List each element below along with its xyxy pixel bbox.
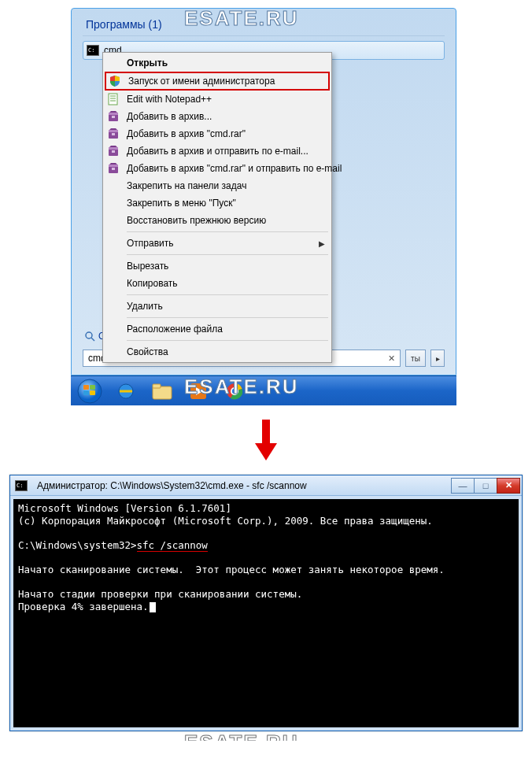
svg-rect-6: [90, 390, 95, 395]
menu-item[interactable]: Открыть: [105, 54, 330, 72]
menu-item[interactable]: Вырезать: [105, 257, 330, 275]
cmd-titlebar[interactable]: C: Администратор: C:\Windows\System32\cm…: [10, 475, 522, 496]
menu-item-label: Копировать: [127, 278, 325, 289]
close-button[interactable]: ✕: [497, 478, 520, 494]
cmd-output[interactable]: Microsoft Windows [Version 6.1.7601] (c)…: [13, 499, 519, 727]
none-icon: [106, 236, 120, 250]
svg-rect-30: [109, 165, 118, 167]
menu-item-label: Расположение файла: [127, 324, 325, 335]
svg-rect-5: [83, 390, 89, 395]
shutdown-split-text[interactable]: ты: [405, 350, 426, 367]
menu-item-label: Вырезать: [127, 261, 325, 272]
none-icon: [106, 322, 120, 336]
menu-separator: [127, 317, 328, 318]
winrar-icon: [106, 144, 120, 158]
menu-item[interactable]: Добавить в архив...: [105, 108, 330, 125]
arrow-down-icon: [255, 420, 277, 461]
shield-icon: [108, 74, 122, 88]
shutdown-split-arrow[interactable]: ▸: [430, 350, 445, 367]
taskbar: [71, 375, 456, 405]
none-icon: [106, 196, 120, 210]
svg-rect-25: [112, 133, 115, 135]
notepad-icon: [106, 92, 120, 106]
menu-item-label: Отправить: [127, 238, 312, 249]
menu-item[interactable]: Добавить в архив и отправить по e-mail..…: [105, 142, 330, 160]
menu-item-label: Добавить в архив "cmd.rar" и отправить п…: [127, 163, 342, 174]
svg-rect-3: [83, 385, 89, 390]
menu-item[interactable]: Удалить: [105, 298, 330, 315]
cursor: [150, 602, 156, 612]
menu-item-label: Добавить в архив...: [127, 111, 325, 122]
menu-item[interactable]: Копировать: [105, 275, 330, 292]
cmd-window: C: Администратор: C:\Windows\System32\cm…: [9, 475, 523, 731]
minimize-button[interactable]: —: [451, 478, 475, 494]
menu-separator: [127, 254, 328, 255]
menu-item-label: Открыть: [127, 57, 325, 68]
svg-rect-4: [90, 385, 95, 390]
menu-item[interactable]: Закрепить на панели задач: [105, 177, 330, 194]
menu-item-label: Закрепить в меню "Пуск": [127, 198, 325, 209]
start-button[interactable]: [74, 379, 105, 403]
menu-item-label: Удалить: [127, 301, 325, 312]
menu-separator: [127, 340, 328, 341]
none-icon: [106, 259, 120, 273]
svg-rect-21: [109, 113, 118, 115]
none-icon: [106, 345, 120, 359]
typed-command: sfc /scannow: [137, 539, 208, 552]
none-icon: [106, 179, 120, 193]
menu-item[interactable]: Добавить в архив "cmd.rar" и отправить п…: [105, 160, 330, 177]
cmd-icon: C:: [87, 45, 99, 56]
winrar-icon: [106, 109, 120, 124]
menu-item-label: Добавить в архив "cmd.rar": [127, 128, 325, 139]
svg-marker-33: [255, 443, 277, 461]
clear-search-icon[interactable]: ✕: [388, 353, 395, 364]
none-icon: [106, 56, 120, 70]
taskbar-explorer[interactable]: [146, 379, 178, 403]
winrar-icon: [106, 127, 120, 141]
context-menu: ОткрытьЗапуск от имени администратораEdi…: [102, 52, 332, 363]
none-icon: [106, 299, 120, 313]
menu-item[interactable]: Отправить▶: [105, 235, 330, 252]
svg-rect-16: [109, 94, 117, 105]
taskbar-ie[interactable]: [110, 379, 142, 403]
menu-item[interactable]: Свойства: [105, 343, 330, 361]
svg-rect-10: [153, 384, 161, 388]
svg-rect-28: [112, 150, 115, 153]
menu-item-label: Восстановить прежнюю версию: [127, 215, 325, 226]
menu-item-label: Добавить в архив и отправить по e-mail..…: [127, 146, 325, 157]
menu-item[interactable]: Запуск от имени администратора: [105, 72, 330, 91]
menu-item-label: Закрепить на панели задач: [127, 180, 325, 191]
svg-line-1: [91, 338, 94, 341]
programs-header: Программы (1): [83, 15, 445, 35]
maximize-button[interactable]: □: [474, 478, 497, 494]
menu-item[interactable]: Edit with Notepad++: [105, 91, 330, 108]
winrar-icon: [106, 161, 120, 176]
watermark: ESATE.RU: [184, 731, 299, 741]
menu-item[interactable]: Расположение файла: [105, 320, 330, 338]
none-icon: [106, 213, 120, 227]
menu-item-label: Свойства: [127, 346, 325, 357]
menu-separator: [127, 294, 328, 295]
svg-rect-24: [109, 130, 118, 132]
menu-item[interactable]: Восстановить прежнюю версию: [105, 212, 330, 229]
menu-item[interactable]: Закрепить в меню "Пуск": [105, 194, 330, 212]
taskbar-chrome[interactable]: [219, 379, 250, 403]
cmd-icon: C:: [15, 480, 28, 491]
svg-rect-31: [112, 168, 115, 170]
start-menu-panel: Программы (1) C: cmd Озна cmd ✕ ты ▸: [71, 8, 456, 405]
svg-point-0: [86, 332, 92, 338]
svg-point-15: [232, 388, 237, 393]
svg-rect-32: [262, 420, 270, 445]
taskbar-mediaplayer[interactable]: [183, 379, 214, 403]
svg-rect-27: [109, 147, 118, 150]
none-icon: [106, 276, 120, 290]
menu-item-label: Запуск от имени администратора: [128, 76, 323, 87]
cmd-title: Администратор: C:\Windows\System32\cmd.e…: [37, 480, 447, 491]
svg-rect-22: [112, 116, 115, 118]
submenu-arrow-icon: ▶: [319, 239, 325, 248]
divider: [83, 35, 445, 36]
menu-separator: [127, 231, 328, 232]
magnifier-icon: [84, 331, 95, 342]
menu-item[interactable]: Добавить в архив "cmd.rar": [105, 125, 330, 142]
menu-item-label: Edit with Notepad++: [127, 94, 325, 105]
